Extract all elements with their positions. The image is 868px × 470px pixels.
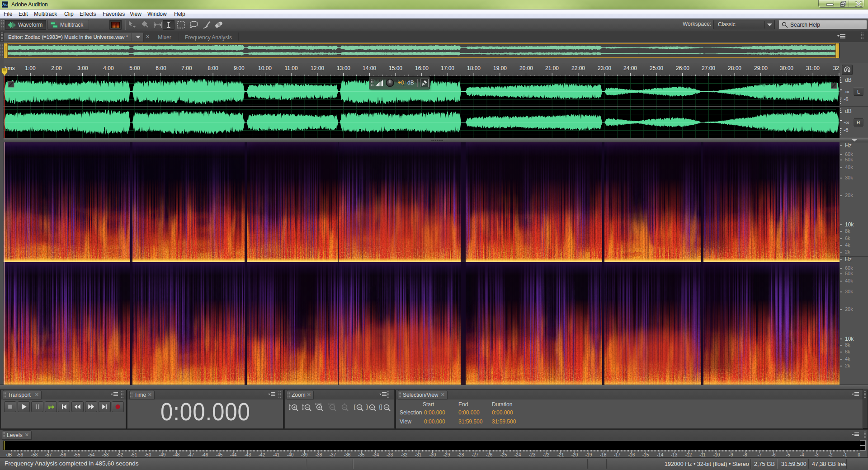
svg-text:}: }	[366, 403, 368, 410]
svg-text:{: {	[354, 403, 356, 410]
svg-text:{}: {}	[379, 404, 382, 410]
